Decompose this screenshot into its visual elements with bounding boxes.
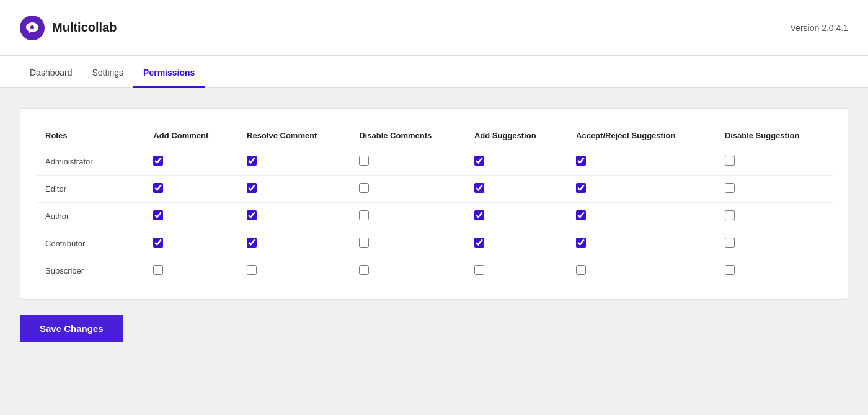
checkbox-resolve_comment-2[interactable] xyxy=(247,210,257,220)
app-logo-icon xyxy=(20,16,45,40)
perm-cell-disable_comments-3 xyxy=(349,230,464,257)
checkbox-disable_suggestion-2[interactable] xyxy=(725,210,735,220)
checkbox-resolve_comment-0[interactable] xyxy=(247,156,257,166)
checkbox-disable_suggestion-4[interactable] xyxy=(725,265,735,275)
version-label: Version 2.0.4.1 xyxy=(790,23,848,33)
col-disable-comments: Disable Comments xyxy=(349,123,464,148)
perm-cell-disable_suggestion-2 xyxy=(715,203,833,230)
perm-cell-disable_comments-2 xyxy=(349,203,464,230)
checkbox-add_comment-2[interactable] xyxy=(153,210,163,220)
role-label-0: Administrator xyxy=(35,148,143,176)
perm-cell-accept_reject-4 xyxy=(566,257,715,285)
table-row: Subscriber xyxy=(35,257,833,285)
perm-cell-add_comment-2 xyxy=(143,203,237,230)
checkbox-add_suggestion-1[interactable] xyxy=(474,183,484,193)
checkbox-accept_reject-2[interactable] xyxy=(576,210,586,220)
perm-cell-accept_reject-1 xyxy=(566,176,715,203)
perm-cell-add_comment-0 xyxy=(143,148,237,176)
main-content: Roles Add Comment Resolve Comment Disabl… xyxy=(0,88,868,362)
checkbox-disable_comments-1[interactable] xyxy=(359,183,369,193)
table-row: Editor xyxy=(35,176,833,203)
col-disable-suggestion: Disable Suggestion xyxy=(715,123,833,148)
perm-cell-add_comment-1 xyxy=(143,176,237,203)
header: Multicollab Version 2.0.4.1 xyxy=(0,0,868,56)
perm-cell-disable_comments-4 xyxy=(349,257,464,285)
role-label-4: Subscriber xyxy=(35,257,143,285)
checkbox-accept_reject-1[interactable] xyxy=(576,183,586,193)
checkbox-disable_suggestion-3[interactable] xyxy=(725,238,735,248)
perm-cell-resolve_comment-0 xyxy=(237,148,349,176)
role-label-2: Author xyxy=(35,203,143,230)
table-row: Author xyxy=(35,203,833,230)
perm-cell-add_comment-4 xyxy=(143,257,237,285)
perm-cell-disable_suggestion-0 xyxy=(715,148,833,176)
tab-dashboard[interactable]: Dashboard xyxy=(20,59,82,88)
perm-cell-disable_suggestion-4 xyxy=(715,257,833,285)
col-accept-reject: Accept/Reject Suggestion xyxy=(566,123,715,148)
checkbox-add_comment-4[interactable] xyxy=(153,265,163,275)
permissions-card: Roles Add Comment Resolve Comment Disabl… xyxy=(20,108,848,300)
checkbox-add_suggestion-3[interactable] xyxy=(474,238,484,248)
perm-cell-add_suggestion-2 xyxy=(464,203,566,230)
checkbox-add_comment-1[interactable] xyxy=(153,183,163,193)
perm-cell-add_suggestion-1 xyxy=(464,176,566,203)
perm-cell-resolve_comment-3 xyxy=(237,230,349,257)
checkbox-disable_suggestion-1[interactable] xyxy=(725,183,735,193)
checkbox-add_suggestion-0[interactable] xyxy=(474,156,484,166)
svg-point-2 xyxy=(30,25,34,29)
checkbox-accept_reject-4[interactable] xyxy=(576,265,586,275)
perm-cell-accept_reject-0 xyxy=(566,148,715,176)
app-name: Multicollab xyxy=(52,20,117,35)
checkbox-disable_comments-2[interactable] xyxy=(359,210,369,220)
col-add-comment: Add Comment xyxy=(143,123,237,148)
checkbox-resolve_comment-4[interactable] xyxy=(247,265,257,275)
table-row: Contributor xyxy=(35,230,833,257)
checkbox-resolve_comment-1[interactable] xyxy=(247,183,257,193)
col-resolve-comment: Resolve Comment xyxy=(237,123,349,148)
perm-cell-accept_reject-3 xyxy=(566,230,715,257)
checkbox-add_comment-3[interactable] xyxy=(153,238,163,248)
permissions-table: Roles Add Comment Resolve Comment Disabl… xyxy=(35,123,833,284)
perm-cell-resolve_comment-4 xyxy=(237,257,349,285)
perm-cell-add_suggestion-4 xyxy=(464,257,566,285)
role-label-1: Editor xyxy=(35,176,143,203)
perm-cell-add_suggestion-3 xyxy=(464,230,566,257)
checkbox-disable_suggestion-0[interactable] xyxy=(725,156,735,166)
table-header-row: Roles Add Comment Resolve Comment Disabl… xyxy=(35,123,833,148)
perm-cell-resolve_comment-2 xyxy=(237,203,349,230)
tab-settings[interactable]: Settings xyxy=(82,59,134,88)
table-row: Administrator xyxy=(35,148,833,176)
checkbox-disable_comments-3[interactable] xyxy=(359,238,369,248)
checkbox-disable_comments-0[interactable] xyxy=(359,156,369,166)
perm-cell-add_comment-3 xyxy=(143,230,237,257)
checkbox-accept_reject-0[interactable] xyxy=(576,156,586,166)
col-roles: Roles xyxy=(35,123,143,148)
logo-area: Multicollab xyxy=(20,16,117,40)
save-changes-button[interactable]: Save Changes xyxy=(20,315,123,342)
nav-bar: Dashboard Settings Permissions xyxy=(0,56,868,88)
col-add-suggestion: Add Suggestion xyxy=(464,123,566,148)
perm-cell-disable_comments-1 xyxy=(349,176,464,203)
perm-cell-resolve_comment-1 xyxy=(237,176,349,203)
role-label-3: Contributor xyxy=(35,230,143,257)
perm-cell-accept_reject-2 xyxy=(566,203,715,230)
perm-cell-disable_suggestion-1 xyxy=(715,176,833,203)
perm-cell-disable_suggestion-3 xyxy=(715,230,833,257)
perm-cell-disable_comments-0 xyxy=(349,148,464,176)
perm-cell-add_suggestion-0 xyxy=(464,148,566,176)
checkbox-add_suggestion-2[interactable] xyxy=(474,210,484,220)
checkbox-resolve_comment-3[interactable] xyxy=(247,238,257,248)
checkbox-disable_comments-4[interactable] xyxy=(359,265,369,275)
checkbox-accept_reject-3[interactable] xyxy=(576,238,586,248)
checkbox-add_suggestion-4[interactable] xyxy=(474,265,484,275)
tab-permissions[interactable]: Permissions xyxy=(133,59,205,88)
checkbox-add_comment-0[interactable] xyxy=(153,156,163,166)
